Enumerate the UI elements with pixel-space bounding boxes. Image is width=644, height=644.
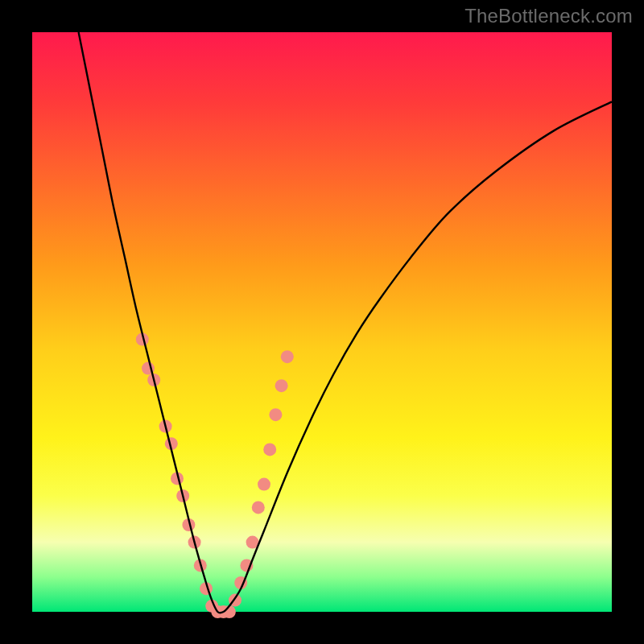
- marker-dot: [252, 501, 265, 514]
- watermark-text: TheBottleneck.com: [464, 5, 633, 27]
- marker-dot: [275, 379, 288, 392]
- marker-dot: [258, 478, 270, 491]
- chart-frame: TheBottleneck.com: [0, 0, 644, 644]
- markers-group: [136, 333, 294, 618]
- marker-dot: [269, 408, 282, 421]
- curve-svg: [32, 32, 612, 612]
- plot-area: [32, 32, 612, 612]
- marker-dot: [281, 350, 294, 363]
- bottleneck-curve: [79, 32, 612, 613]
- marker-dot: [263, 443, 276, 456]
